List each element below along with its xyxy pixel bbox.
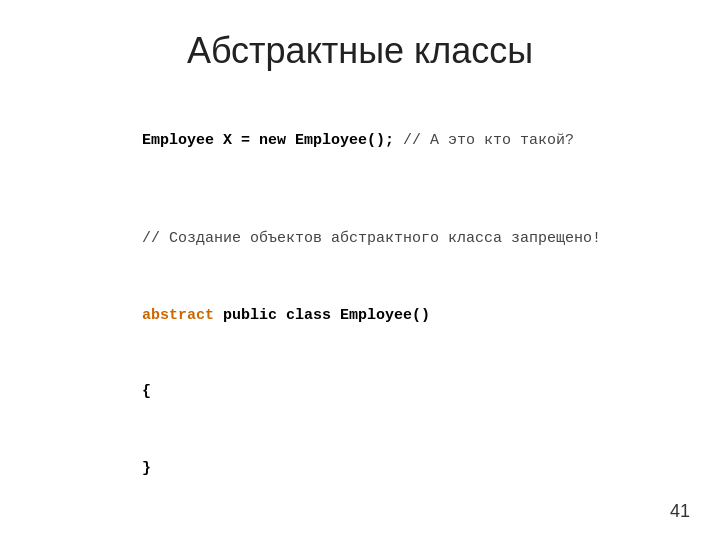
- spacer-3: [70, 529, 680, 541]
- code-bold-1: Employee X = new Employee();: [142, 132, 394, 149]
- code-line-1-1: Employee X = new Employee(); // А это кт…: [70, 102, 680, 179]
- code-comment-1: // А это кто такой?: [394, 132, 574, 149]
- code-comment-2: // Создание объектов абстрактного класса…: [142, 230, 601, 247]
- code-block-2: // Создание объектов абстрактного класса…: [70, 201, 680, 507]
- code-keyword-abstract: abstract: [142, 307, 214, 324]
- spacer-1: [70, 179, 680, 201]
- code-bold-3: {: [142, 383, 151, 400]
- code-area: Employee X = new Employee(); // А это кт…: [40, 102, 680, 540]
- code-line-2-1: // Создание объектов абстрактного класса…: [70, 201, 680, 278]
- code-bold-4: }: [142, 460, 151, 477]
- slide-title: Абстрактные классы: [40, 30, 680, 72]
- code-line-2-4: }: [70, 430, 680, 507]
- code-bold-2: public class Employee(): [214, 307, 430, 324]
- code-block-1: Employee X = new Employee(); // А это кт…: [70, 102, 680, 179]
- code-line-2-3: {: [70, 354, 680, 431]
- page-number: 41: [670, 501, 690, 522]
- code-line-2-2: abstract public class Employee(): [70, 277, 680, 354]
- slide-container: Абстрактные классы Employee X = new Empl…: [0, 0, 720, 540]
- spacer-2: [70, 507, 680, 529]
